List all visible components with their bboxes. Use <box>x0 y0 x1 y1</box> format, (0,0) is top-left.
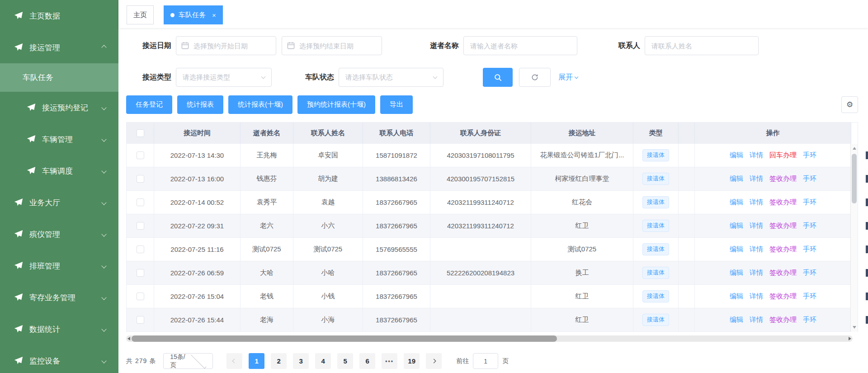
details-link[interactable]: 详情 <box>750 151 763 160</box>
details-link[interactable]: 详情 <box>750 222 763 230</box>
next-page-button[interactable] <box>426 353 442 369</box>
table-row: 2022-07-14 00:52袁秀平袁越1837266796542032119… <box>127 191 851 214</box>
row-checkbox[interactable] <box>137 222 144 230</box>
edit-link[interactable]: 编辑 <box>730 222 743 230</box>
sidebar-item-vehicle-dispatch[interactable]: 车辆调度 <box>0 155 118 187</box>
sign-off-link[interactable]: 签收办理 <box>769 175 797 183</box>
scroll-down-icon[interactable] <box>853 326 856 329</box>
edit-link[interactable]: 编辑 <box>730 245 743 254</box>
pickup-type-select[interactable]: 请选择接运类型 <box>176 68 272 87</box>
type-badge: 接遗体 <box>642 173 669 184</box>
select-all-checkbox[interactable] <box>137 129 144 137</box>
edit-link[interactable]: 编辑 <box>730 151 743 160</box>
sign-off-link[interactable]: 签收办理 <box>769 245 797 254</box>
paper-plane-icon <box>14 198 24 208</box>
sidebar-item-funeral-management[interactable]: 殡仪管理 <box>0 218 118 250</box>
sign-off-link[interactable]: 签收办理 <box>769 198 797 207</box>
export-button[interactable]: 导出 <box>380 95 413 114</box>
edit-link[interactable]: 编辑 <box>730 269 743 277</box>
edit-link[interactable]: 编辑 <box>730 292 743 301</box>
deceased-name-label: 逝者名称 <box>423 41 459 51</box>
sidebar-item-vehicle-management[interactable]: 车辆管理 <box>0 123 118 155</box>
vertical-scroll-thumb[interactable] <box>852 154 857 203</box>
details-link[interactable]: 详情 <box>750 269 763 277</box>
row-checkbox[interactable] <box>137 246 144 253</box>
page-button-5[interactable]: 5 <box>337 353 353 369</box>
fleet-status-select[interactable]: 请选择车队状态 <box>339 68 443 87</box>
column-settings-button[interactable]: ⚙ <box>841 96 858 113</box>
row-checkbox[interactable] <box>137 151 144 159</box>
wristband-link[interactable]: 手环 <box>803 151 816 160</box>
pickup-end-date-input[interactable] <box>282 36 382 55</box>
pickup-start-date-input[interactable] <box>176 36 276 55</box>
page-button-3[interactable]: 3 <box>293 353 309 369</box>
deceased-name-input[interactable] <box>463 36 577 55</box>
sidebar-item-home-data[interactable]: 主页数据 <box>0 0 118 32</box>
edit-link[interactable]: 编辑 <box>730 175 743 183</box>
sidebar-item-monitoring-devices[interactable]: 监控设备 <box>0 345 118 373</box>
column-header: 逝者姓名 <box>241 123 293 144</box>
details-link[interactable]: 详情 <box>750 175 763 183</box>
edit-link[interactable]: 编辑 <box>730 316 743 324</box>
page-button-1[interactable]: 1 <box>249 353 264 369</box>
page-size-select[interactable]: 15条/页 <box>163 353 213 369</box>
details-link[interactable]: 详情 <box>750 292 763 301</box>
refresh-button[interactable] <box>519 68 551 87</box>
page-button-4[interactable]: 4 <box>315 353 331 369</box>
sign-off-link[interactable]: 签收办理 <box>769 316 797 324</box>
close-icon[interactable]: × <box>212 12 216 19</box>
sidebar-item-fleet-tasks[interactable]: 车队任务 <box>0 63 118 92</box>
row-checkbox[interactable] <box>137 316 144 324</box>
wristband-link[interactable]: 手环 <box>803 175 816 183</box>
sidebar-item-transport-reservation[interactable]: 接运预约登记 <box>0 92 118 123</box>
sidebar-item-data-statistics[interactable]: 数据统计 <box>0 313 118 345</box>
horizontal-scrollbar[interactable] <box>126 335 853 342</box>
search-button[interactable] <box>483 68 513 87</box>
wristband-link[interactable]: 手环 <box>803 316 816 324</box>
details-link[interactable]: 详情 <box>750 198 763 207</box>
filter-row-2: 接运类型 请选择接运类型 车队状态 请选择车队状态 <box>126 68 860 87</box>
details-link[interactable]: 详情 <box>750 245 763 254</box>
row-checkbox-cell <box>127 285 154 308</box>
vertical-scrollbar[interactable] <box>850 144 858 332</box>
page-button-6[interactable]: 6 <box>359 353 375 369</box>
scroll-left-icon[interactable] <box>127 337 130 340</box>
wristband-link[interactable]: 手环 <box>803 245 816 254</box>
expand-link[interactable]: 展开 <box>558 73 578 82</box>
wristband-link[interactable]: 手环 <box>803 198 816 207</box>
scroll-up-icon[interactable] <box>853 147 856 150</box>
tab-fleet-tasks[interactable]: 车队任务× <box>164 5 223 24</box>
sign-off-link[interactable]: 签收办理 <box>769 269 797 277</box>
task-register-button[interactable]: 任务登记 <box>126 95 172 114</box>
stats-report-button[interactable]: 统计报表 <box>177 95 223 114</box>
sign-off-link[interactable]: 签收办理 <box>769 222 797 230</box>
sidebar-item-shift-management[interactable]: 排班管理 <box>0 250 118 282</box>
horizontal-scroll-thumb[interactable] <box>132 335 557 342</box>
scroll-right-icon[interactable] <box>849 337 851 340</box>
column-header-label: 类型 <box>649 129 663 137</box>
stats-report-shiyan-button[interactable]: 统计报表(十堰) <box>228 95 292 114</box>
page-button-19[interactable]: 19 <box>404 353 420 369</box>
wristband-link[interactable]: 手环 <box>803 292 816 301</box>
wristband-link[interactable]: 手环 <box>803 269 816 277</box>
row-checkbox[interactable] <box>137 175 144 183</box>
sign-off-link[interactable]: 签收办理 <box>769 292 797 301</box>
row-checkbox[interactable] <box>137 269 144 277</box>
edit-link[interactable]: 编辑 <box>730 198 743 207</box>
tab-home[interactable]: 主页 <box>127 5 154 24</box>
row-checkbox[interactable] <box>137 293 144 300</box>
sidebar-item-transport-management[interactable]: 接运管理 <box>0 32 118 63</box>
goto-page-input[interactable] <box>473 353 498 369</box>
return-vehicle-link[interactable]: 回车办理 <box>769 151 797 160</box>
row-checkbox[interactable] <box>137 198 144 206</box>
pages-ellipsis-button[interactable]: ••• <box>382 353 397 369</box>
sidebar-item-business-hall[interactable]: 业务大厅 <box>0 187 118 218</box>
details-link[interactable]: 详情 <box>750 316 763 324</box>
sidebar-item-storage-business[interactable]: 寄存业务管理 <box>0 282 118 313</box>
page-button-2[interactable]: 2 <box>271 353 287 369</box>
content: 接运日期 <box>118 28 868 373</box>
wristband-link[interactable]: 手环 <box>803 222 816 230</box>
reservation-stats-report-shiyan-button[interactable]: 预约统计报表(十堰) <box>297 95 375 114</box>
contact-input[interactable] <box>645 36 759 55</box>
prev-page-button[interactable] <box>226 353 242 369</box>
